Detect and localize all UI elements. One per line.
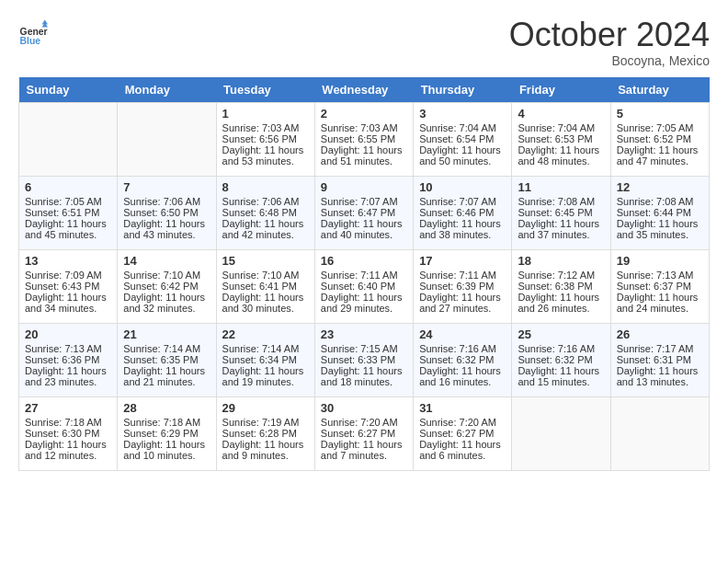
sunrise-text: Sunrise: 7:06 AM [222,196,300,207]
daylight-text: Daylight: 11 hours and 16 minutes. [419,365,501,387]
calendar-cell: 23 Sunrise: 7:15 AM Sunset: 6:33 PM Dayl… [314,324,413,397]
daylight-text: Daylight: 11 hours and 12 minutes. [25,439,107,461]
logo-icon: General Blue [18,18,48,48]
day-number: 10 [419,180,506,194]
daylight-text: Daylight: 11 hours and 27 minutes. [419,292,501,314]
calendar-cell [610,397,709,471]
daylight-text: Daylight: 11 hours and 35 minutes. [617,218,699,240]
calendar-cell: 21 Sunrise: 7:14 AM Sunset: 6:35 PM Dayl… [118,324,216,397]
title-block: October 2024 Bocoyna, Mexico [509,18,710,68]
calendar-week-1: 1 Sunrise: 7:03 AM Sunset: 6:56 PM Dayli… [19,103,710,177]
calendar-cell: 2 Sunrise: 7:03 AM Sunset: 6:55 PM Dayli… [314,103,413,177]
sunrise-text: Sunrise: 7:07 AM [321,196,398,207]
sunrise-text: Sunrise: 7:13 AM [25,343,102,354]
calendar-cell: 5 Sunrise: 7:05 AM Sunset: 6:52 PM Dayli… [610,103,709,177]
calendar-week-2: 6 Sunrise: 7:05 AM Sunset: 6:51 PM Dayli… [19,177,710,250]
day-number: 22 [222,327,309,341]
daylight-text: Daylight: 11 hours and 45 minutes. [25,218,107,240]
svg-text:Blue: Blue [20,36,41,46]
sunset-text: Sunset: 6:48 PM [222,207,297,218]
calendar-cell: 20 Sunrise: 7:13 AM Sunset: 6:36 PM Dayl… [19,324,118,397]
day-number: 3 [419,107,506,121]
calendar-table: SundayMondayTuesdayWednesdayThursdayFrid… [18,77,710,471]
sunset-text: Sunset: 6:53 PM [518,133,592,144]
day-number: 26 [617,327,703,341]
daylight-text: Daylight: 11 hours and 53 minutes. [222,144,304,167]
sunset-text: Sunset: 6:56 PM [222,133,297,144]
day-number: 7 [123,180,210,194]
day-number: 1 [222,107,309,121]
daylight-text: Daylight: 11 hours and 43 minutes. [123,218,205,240]
sunset-text: Sunset: 6:32 PM [419,354,494,365]
sunrise-text: Sunrise: 7:04 AM [518,122,595,133]
calendar-week-4: 20 Sunrise: 7:13 AM Sunset: 6:36 PM Dayl… [19,324,710,397]
day-number: 5 [617,107,703,121]
sunset-text: Sunset: 6:35 PM [123,354,198,365]
calendar-cell: 28 Sunrise: 7:18 AM Sunset: 6:29 PM Dayl… [118,397,216,471]
day-header-friday: Friday [512,77,610,103]
calendar-cell: 11 Sunrise: 7:08 AM Sunset: 6:45 PM Dayl… [512,177,610,250]
sunrise-text: Sunrise: 7:09 AM [25,270,102,281]
day-header-saturday: Saturday [610,77,709,103]
sunset-text: Sunset: 6:33 PM [321,354,395,365]
calendar-cell: 26 Sunrise: 7:17 AM Sunset: 6:31 PM Dayl… [610,324,709,397]
sunrise-text: Sunrise: 7:11 AM [419,270,496,281]
calendar-cell: 10 Sunrise: 7:07 AM Sunset: 6:46 PM Dayl… [414,177,512,250]
sunrise-text: Sunrise: 7:16 AM [518,343,595,354]
day-number: 24 [419,327,506,341]
calendar-cell [512,397,610,471]
sunrise-text: Sunrise: 7:04 AM [419,122,496,133]
sunrise-text: Sunrise: 7:05 AM [617,122,694,133]
sunrise-text: Sunrise: 7:05 AM [25,196,102,207]
logo: General Blue [18,18,48,48]
sunrise-text: Sunrise: 7:20 AM [321,417,398,428]
day-number: 17 [419,254,506,268]
sunset-text: Sunset: 6:51 PM [25,207,99,218]
day-number: 16 [321,254,407,268]
sunset-text: Sunset: 6:54 PM [419,133,494,144]
sunrise-text: Sunrise: 7:03 AM [222,122,300,133]
day-number: 8 [222,180,309,194]
day-number: 6 [25,180,111,194]
daylight-text: Daylight: 11 hours and 51 minutes. [321,144,403,167]
sunrise-text: Sunrise: 7:07 AM [419,196,496,207]
daylight-text: Daylight: 11 hours and 13 minutes. [617,365,699,387]
sunrise-text: Sunrise: 7:12 AM [518,270,595,281]
sunrise-text: Sunrise: 7:10 AM [222,270,300,281]
sunset-text: Sunset: 6:37 PM [617,281,691,292]
daylight-text: Daylight: 11 hours and 42 minutes. [222,218,304,240]
day-number: 15 [222,254,309,268]
daylight-text: Daylight: 11 hours and 18 minutes. [321,365,403,387]
daylight-text: Daylight: 11 hours and 38 minutes. [419,218,501,240]
calendar-cell: 1 Sunrise: 7:03 AM Sunset: 6:56 PM Dayli… [216,103,314,177]
calendar-cell [118,103,216,177]
day-number: 25 [518,327,604,341]
day-number: 19 [617,254,703,268]
sunrise-text: Sunrise: 7:08 AM [518,196,595,207]
sunset-text: Sunset: 6:40 PM [321,281,395,292]
sunset-text: Sunset: 6:38 PM [518,281,592,292]
calendar-cell: 16 Sunrise: 7:11 AM Sunset: 6:40 PM Dayl… [314,250,413,324]
calendar-cell: 30 Sunrise: 7:20 AM Sunset: 6:27 PM Dayl… [314,397,413,471]
daylight-text: Daylight: 11 hours and 37 minutes. [518,218,599,240]
daylight-text: Daylight: 11 hours and 15 minutes. [518,365,599,387]
calendar-header-row: SundayMondayTuesdayWednesdayThursdayFrid… [19,77,710,103]
day-header-thursday: Thursday [414,77,512,103]
sunset-text: Sunset: 6:29 PM [123,428,198,439]
daylight-text: Daylight: 11 hours and 29 minutes. [321,292,403,314]
sunrise-text: Sunrise: 7:03 AM [321,122,398,133]
calendar-cell: 3 Sunrise: 7:04 AM Sunset: 6:54 PM Dayli… [414,103,512,177]
sunset-text: Sunset: 6:34 PM [222,354,297,365]
location: Bocoyna, Mexico [509,53,710,68]
day-number: 31 [419,401,506,415]
month-title: October 2024 [509,18,710,52]
sunrise-text: Sunrise: 7:10 AM [123,270,200,281]
sunrise-text: Sunrise: 7:17 AM [617,343,694,354]
sunset-text: Sunset: 6:55 PM [321,133,395,144]
daylight-text: Daylight: 11 hours and 47 minutes. [617,144,699,167]
daylight-text: Daylight: 11 hours and 48 minutes. [518,144,599,167]
sunrise-text: Sunrise: 7:14 AM [123,343,200,354]
day-number: 28 [123,401,210,415]
daylight-text: Daylight: 11 hours and 6 minutes. [419,439,501,461]
calendar-cell: 7 Sunrise: 7:06 AM Sunset: 6:50 PM Dayli… [118,177,216,250]
